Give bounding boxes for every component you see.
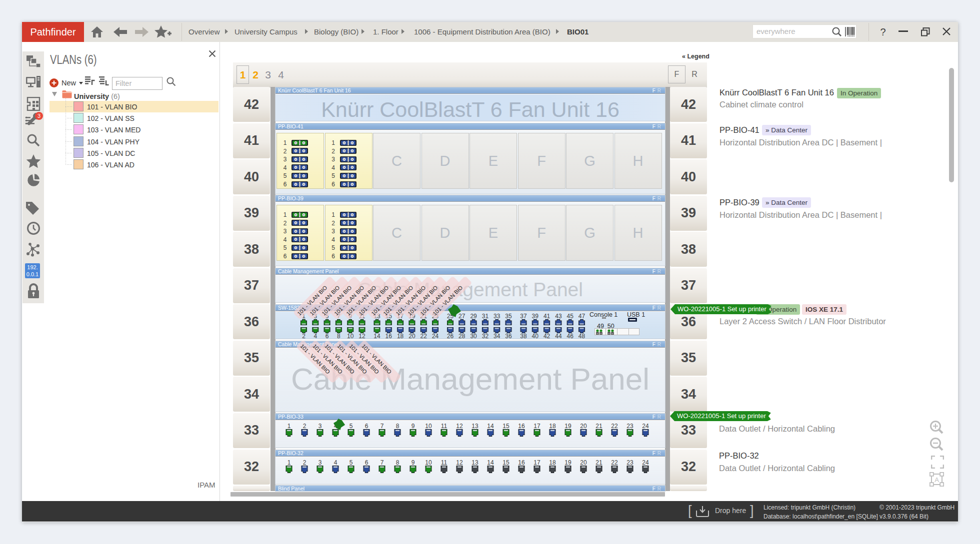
svg-text:A: A <box>934 476 939 484</box>
